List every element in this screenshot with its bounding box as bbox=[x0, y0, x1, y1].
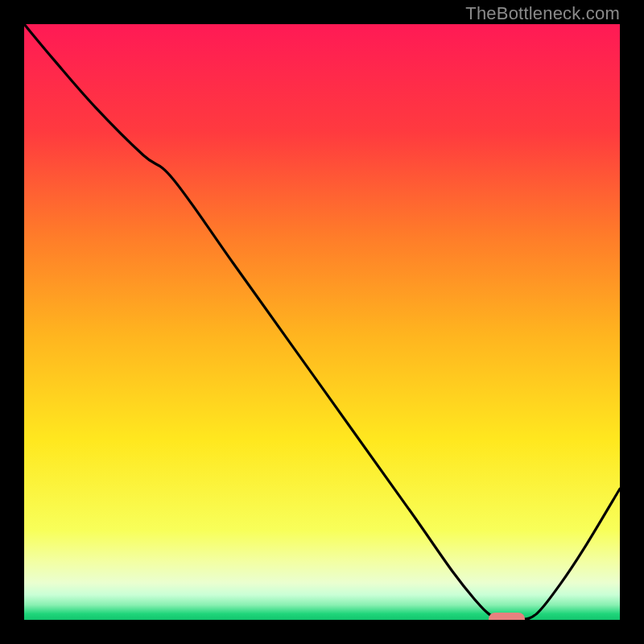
optimum-marker bbox=[489, 613, 524, 620]
watermark-text: TheBottleneck.com bbox=[465, 3, 620, 24]
plot-area bbox=[24, 24, 620, 620]
bottleneck-curve bbox=[24, 24, 620, 620]
chart-frame: TheBottleneck.com bbox=[0, 0, 644, 644]
